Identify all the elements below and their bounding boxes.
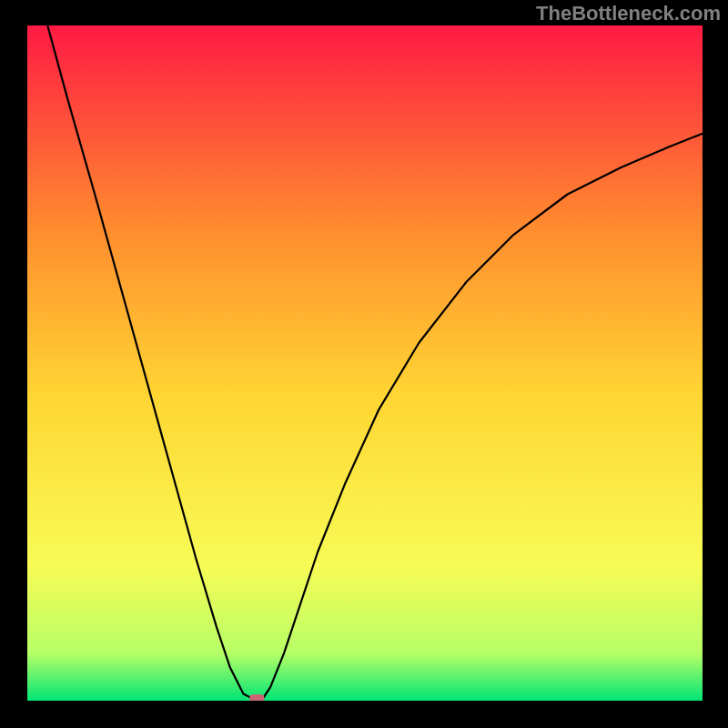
- watermark-text: TheBottleneck.com: [536, 2, 721, 25]
- gradient-background: [27, 25, 703, 701]
- chart-frame: TheBottleneck.com: [0, 0, 728, 728]
- bottleneck-curve-line: [47, 25, 703, 701]
- bottleneck-chart: [27, 25, 703, 701]
- minimum-marker: [249, 694, 264, 701]
